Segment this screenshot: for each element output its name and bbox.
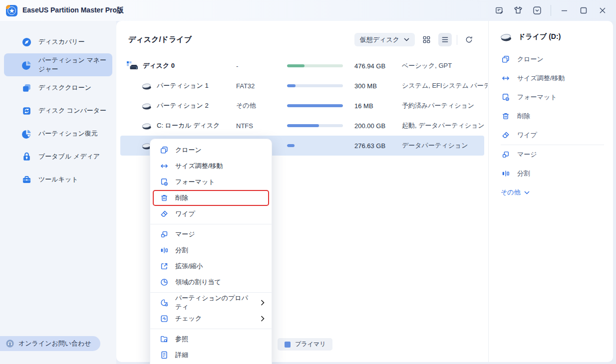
sidebar-item-label: ディスカバリー	[38, 37, 85, 46]
feedback-icon[interactable]	[494, 5, 505, 16]
partition-name: C: ローカル ディスク	[157, 121, 220, 130]
table-row-c-drive[interactable]: C: ローカル ディスク NTFS 200.00 GB 起動, データパーティシ…	[120, 116, 484, 136]
usage-bar	[287, 96, 343, 116]
resize-move-icon	[159, 162, 169, 171]
merge-icon	[159, 230, 169, 239]
menu-item-check[interactable]: チェック	[150, 311, 272, 327]
sidebar-item-discovery[interactable]: ディスカバリー	[4, 30, 112, 53]
disk-size: 476.94 GB	[354, 56, 385, 76]
compass-icon	[21, 36, 32, 47]
panel-action-wipe[interactable]: ワイプ	[501, 126, 604, 145]
pie-chart-icon	[21, 59, 32, 70]
hard-disk-icon	[126, 61, 138, 71]
sidebar-item-label: ブータブル メディア	[38, 152, 100, 161]
app-logo-icon: ★	[6, 5, 17, 16]
menu-item-clone[interactable]: クローン	[150, 142, 272, 158]
partition-size: 200.00 GB	[354, 116, 385, 136]
document-icon	[159, 351, 169, 360]
minimize-button[interactable]	[559, 5, 570, 16]
sidebar-item-disk-converter[interactable]: ディスク コンバーター	[4, 99, 112, 122]
sidebar-item-bootable-media[interactable]: ブータブル メディア	[4, 145, 112, 168]
app-title: EaseUS Partition Master Pro版	[22, 6, 124, 15]
controls-divider	[457, 35, 457, 45]
partition-size: 16 MB	[354, 96, 373, 116]
headset-icon	[5, 339, 14, 349]
partition-size: 276.63 GB	[354, 136, 385, 156]
disk-label: ベーシック, GPT	[402, 56, 488, 76]
usage-bar	[287, 56, 343, 76]
menu-item-format[interactable]: フォーマット	[150, 174, 272, 190]
partition-name: パーティション 2	[157, 101, 209, 110]
sidebar-item-label: ディスククローン	[38, 83, 91, 92]
partition-disk-icon	[141, 101, 152, 111]
panel-action-delete[interactable]: 削除	[501, 107, 604, 126]
eraser-icon	[501, 131, 510, 140]
window-menu-icon[interactable]	[532, 5, 543, 16]
menu-item-merge[interactable]: マージ	[150, 226, 272, 242]
partition-label: 予約済みパーティション	[402, 96, 488, 116]
grid-view-button[interactable]	[420, 33, 433, 46]
menu-item-wipe[interactable]: ワイプ	[150, 206, 272, 222]
disk-fs: -	[236, 56, 238, 76]
recovery-pie-icon	[21, 128, 32, 139]
split-icon	[159, 246, 169, 255]
chevron-down-icon	[524, 188, 530, 197]
merge-icon	[501, 150, 510, 160]
virtual-disk-dropdown[interactable]: 仮想ディスク	[354, 33, 415, 46]
menu-item-extend[interactable]: 拡張/縮小	[150, 258, 272, 274]
clone-icon	[501, 55, 510, 64]
convert-arrows-icon	[21, 105, 32, 116]
partition-fs: FAT32	[236, 76, 255, 96]
list-view-button[interactable]	[438, 33, 452, 46]
partition-fs: NTFS	[236, 116, 253, 136]
check-pulse-icon	[159, 314, 169, 324]
panel-action-split[interactable]: 分割	[501, 164, 604, 183]
sidebar-item-label: パーティション マネージャー	[38, 56, 112, 74]
menu-item-allocate[interactable]: 領域の割り当て	[150, 274, 272, 290]
online-support-label: オンラインお問い合わせ	[18, 339, 91, 348]
sidebar-item-toolkit[interactable]: ツールキット	[4, 168, 112, 191]
online-support-button[interactable]: オンラインお問い合わせ	[0, 336, 100, 351]
primary-swatch	[285, 342, 291, 348]
menu-separator	[150, 224, 272, 224]
table-row-partition2[interactable]: パーティション 2 その他 16 MB 予約済みパーティション	[120, 96, 484, 116]
theme-shirt-icon[interactable]	[513, 5, 524, 16]
panel-more-link[interactable]: その他	[501, 183, 604, 202]
menu-separator	[150, 329, 272, 329]
sidebar-item-partition-recovery[interactable]: パーティション復元	[4, 122, 112, 145]
extend-shrink-icon	[159, 262, 169, 271]
menu-item-delete-highlighted[interactable]: 削除	[153, 190, 269, 206]
table-row-partition1[interactable]: パーティション 1 FAT32 300 MB システム, EFIシステム パーテ…	[120, 76, 484, 96]
panel-action-resize[interactable]: サイズ調整/移動	[501, 69, 604, 88]
close-button[interactable]	[597, 5, 608, 16]
eraser-icon	[159, 209, 169, 219]
chevron-right-icon	[261, 300, 265, 306]
panel-action-merge[interactable]: マージ	[501, 145, 604, 164]
partition-size: 300 MB	[354, 76, 377, 96]
sidebar-item-label: ツールキット	[38, 175, 78, 184]
menu-item-resize[interactable]: サイズ調整/移動	[150, 158, 272, 174]
legend-primary: プライマリ	[278, 338, 332, 351]
menu-item-split[interactable]: 分割	[150, 242, 272, 258]
panel-action-clone[interactable]: クローン	[501, 50, 604, 69]
disk-name: ディスク 0	[143, 61, 175, 70]
chevron-right-icon	[261, 316, 265, 322]
virtual-disk-label: 仮想ディスク	[360, 35, 399, 44]
partition-label: システム, EFIシステム パーテ…	[402, 76, 488, 96]
menu-item-details[interactable]: 詳細	[150, 347, 272, 363]
partition-name: パーティション 1	[157, 81, 209, 90]
maximize-button[interactable]	[578, 5, 589, 16]
table-row-disk0[interactable]: ディスク 0 - 476.94 GB ベーシック, GPT	[120, 56, 484, 76]
sidebar-item-partition-manager[interactable]: パーティション マネージャー	[4, 53, 112, 76]
refresh-icon[interactable]	[462, 33, 475, 46]
properties-pie-gear-icon	[159, 298, 169, 308]
sidebar-item-disk-clone[interactable]: ディスククローン	[4, 76, 112, 99]
trash-icon	[501, 112, 510, 121]
action-panel: ドライブ (D:) クローン サイズ調整/移動	[488, 21, 613, 362]
panel-action-format[interactable]: フォーマット	[501, 88, 604, 107]
menu-item-properties[interactable]: パーティションのプロパティ	[150, 295, 272, 311]
trash-icon	[159, 193, 169, 203]
menu-separator	[150, 292, 272, 293]
partition-label: 起動, データパーティション	[402, 116, 488, 136]
menu-item-browse[interactable]: 参照	[150, 331, 272, 347]
